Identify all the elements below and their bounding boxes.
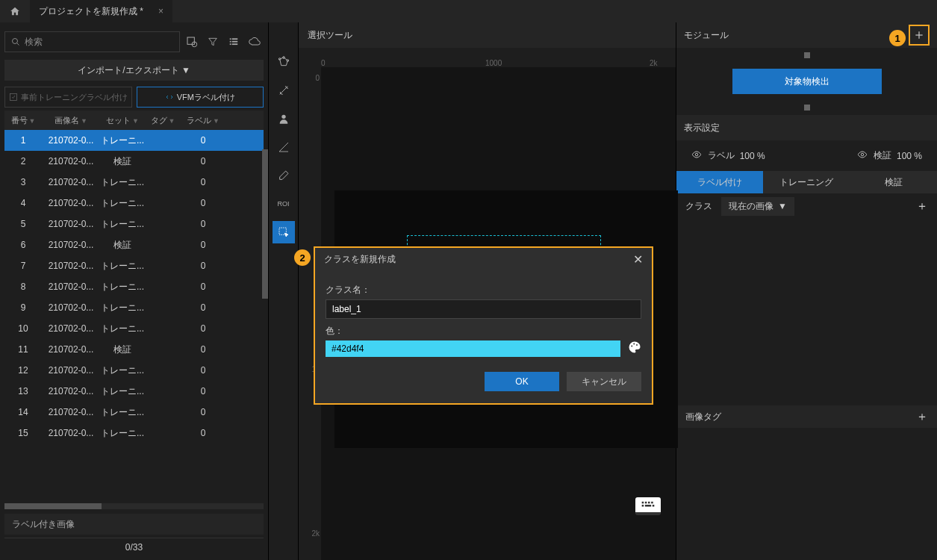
callout-2: 2 [294, 249, 311, 266]
table-row[interactable]: 1210702-0...トレーニ...0 [4, 130, 264, 151]
table-row[interactable]: 15210702-0...トレーニ...0 [4, 423, 264, 444]
svg-rect-16 [642, 502, 644, 504]
svg-rect-18 [648, 502, 650, 504]
right-panel: モジュール 対象物検出 表示設定 ラベル 100 % [676, 22, 937, 560]
table-row[interactable]: 12210702-0...トレーニ...0 [4, 360, 264, 381]
svg-rect-6 [230, 41, 231, 43]
table-row[interactable]: 4210702-0...トレーニ...0 [4, 193, 264, 214]
table-row[interactable]: 6210702-0...検証0 [4, 234, 264, 255]
table-row[interactable]: 10210702-0...トレーニ...0 [4, 318, 264, 339]
list-icon[interactable] [225, 31, 243, 52]
callout-1: 1 [889, 30, 906, 46]
table-row[interactable]: 8210702-0...トレーニ...0 [4, 276, 264, 297]
table-row[interactable]: 2210702-0...検証0 [4, 151, 264, 172]
svg-rect-9 [232, 43, 238, 45]
right-tabs: ラベル付け トレーニング 検証 [676, 171, 937, 193]
tab-bar: プロジェクトを新規作成 * × [0, 0, 937, 22]
display-settings-header: 表示設定 [676, 115, 937, 140]
svg-rect-7 [232, 41, 238, 43]
user-tool-icon[interactable] [273, 108, 295, 130]
svg-rect-17 [645, 502, 647, 504]
tool-column: ROI [269, 22, 299, 560]
vertical-scrollbar[interactable] [262, 149, 268, 299]
svg-rect-2 [187, 37, 194, 44]
svg-point-0 [13, 39, 18, 44]
home-icon[interactable] [0, 0, 30, 22]
svg-rect-8 [230, 43, 231, 45]
tab-training[interactable]: トレーニング [763, 171, 850, 193]
roi-tool[interactable]: ROI [273, 193, 295, 215]
node-bottom [804, 105, 810, 111]
new-class-dialog: クラスを新規作成 ✕ クラス名： 色： #42d4f4 OK キャンセル [314, 246, 653, 405]
svg-rect-4 [230, 38, 231, 40]
class-name-label: クラス名： [326, 284, 641, 296]
eye-icon[interactable] [857, 149, 868, 162]
project-tab[interactable]: プロジェクトを新規作成 * × [30, 0, 172, 22]
labeled-images-header: ラベル付き画像 [4, 514, 264, 535]
horizontal-ruler: 0 1000 2k [299, 48, 676, 67]
selection-tool-header: 選択ツール [299, 22, 676, 48]
chevron-down-icon: ▼ [778, 201, 787, 211]
svg-point-29 [636, 344, 638, 346]
class-selector-row: クラス 現在の画像 ▼ ＋ [676, 193, 937, 219]
keyboard-icon[interactable] [635, 497, 661, 515]
close-icon[interactable]: × [158, 6, 164, 16]
wand-tool-icon[interactable] [273, 79, 295, 102]
pretrain-label-button[interactable]: 事前トレーニングラベル付け [4, 87, 132, 108]
node-top [804, 52, 810, 58]
add-module-icon[interactable] [909, 25, 930, 46]
table-header: 番号▼ 画像名▼ セット▼ タグ▼ ラベル▼ [4, 111, 264, 130]
color-swatch[interactable]: #42d4f4 [326, 340, 620, 357]
image-table[interactable]: 1210702-0...トレーニ...02210702-0...検証032107… [4, 130, 264, 502]
color-label: 色： [326, 325, 641, 337]
table-row[interactable]: 11210702-0...検証0 [4, 339, 264, 360]
image-filter-icon[interactable] [183, 31, 201, 52]
visibility-controls: ラベル 100 % 検証 100 % [676, 140, 937, 171]
eye-icon[interactable] [691, 149, 702, 162]
svg-point-25 [695, 153, 698, 156]
table-row[interactable]: 9210702-0...トレーニ...0 [4, 297, 264, 318]
image-list-panel: 検索 インポート/エクスポート ▼ 事前トレーニングラベル付け VFMラベル付け… [0, 22, 269, 560]
table-row[interactable]: 14210702-0...トレーニ...0 [4, 402, 264, 423]
svg-point-14 [281, 115, 285, 119]
svg-rect-19 [651, 502, 653, 504]
table-row[interactable]: 5210702-0...トレーニ...0 [4, 214, 264, 234]
image-tags-header: 画像タグ ＋ [676, 405, 937, 428]
table-row[interactable]: 3210702-0...トレーニ...0 [4, 172, 264, 193]
select-tool-icon[interactable] [273, 221, 295, 243]
horizontal-scrollbar[interactable] [4, 503, 264, 509]
class-name-input[interactable] [326, 299, 641, 319]
close-icon[interactable]: ✕ [633, 252, 643, 267]
svg-point-28 [633, 343, 635, 345]
gradient-tool-icon[interactable] [273, 136, 295, 158]
svg-rect-10 [10, 94, 16, 101]
eraser-tool-icon[interactable] [273, 164, 295, 187]
tab-title: プロジェクトを新規作成 * [39, 5, 143, 18]
palette-icon[interactable] [628, 340, 641, 357]
svg-rect-20 [642, 505, 644, 507]
progress-text: 0/33 [4, 538, 264, 556]
cancel-button[interactable]: キャンセル [567, 372, 641, 391]
add-class-icon[interactable]: ＋ [916, 199, 928, 214]
object-detection-module[interactable]: 対象物検出 [732, 69, 882, 94]
vfm-label-button[interactable]: VFMラベル付け [137, 87, 264, 108]
table-row[interactable]: 13210702-0...トレーニ...0 [4, 381, 264, 402]
svg-point-27 [631, 346, 632, 347]
dialog-title: クラスを新規作成 [324, 253, 396, 266]
svg-point-26 [862, 153, 865, 156]
table-row[interactable]: 7210702-0...トレーニ...0 [4, 255, 264, 276]
tab-verification[interactable]: 検証 [850, 171, 937, 193]
cloud-icon[interactable] [246, 31, 264, 52]
class-scope-dropdown[interactable]: 現在の画像 ▼ [721, 197, 794, 216]
svg-rect-21 [645, 505, 651, 507]
search-placeholder: 検索 [25, 36, 43, 49]
svg-rect-22 [653, 505, 655, 507]
search-input[interactable]: 検索 [4, 31, 180, 52]
polygon-tool-icon[interactable] [273, 51, 295, 73]
svg-rect-5 [232, 38, 238, 40]
add-tag-icon[interactable]: ＋ [916, 409, 928, 425]
funnel-icon[interactable] [204, 31, 222, 52]
import-export-button[interactable]: インポート/エクスポート ▼ [4, 60, 264, 81]
ok-button[interactable]: OK [485, 372, 559, 391]
tab-labeling[interactable]: ラベル付け [676, 171, 763, 193]
